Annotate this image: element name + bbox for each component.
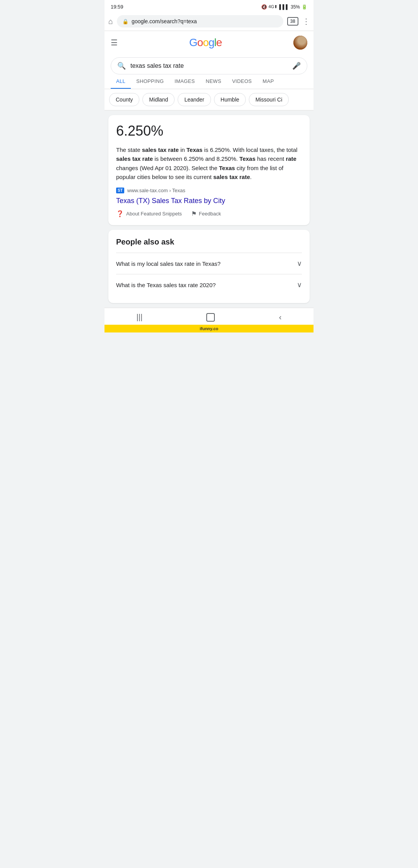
nav-back-icon[interactable]: ‹ <box>279 313 282 322</box>
avatar-image <box>293 36 307 50</box>
battery-percent: 35% <box>291 4 300 10</box>
search-query[interactable]: texas sales tax rate <box>130 62 288 69</box>
battery-icon: 🔋 <box>302 4 307 10</box>
paa-question-text-1: What is my local sales tax rate in Texas… <box>116 260 221 267</box>
search-input-container[interactable]: 🔍 texas sales tax rate 🎤 <box>111 57 307 74</box>
feedback-button[interactable]: ⚑ Feedback <box>191 210 221 217</box>
chip-humble[interactable]: Humble <box>214 93 246 106</box>
tab-count[interactable]: 38 <box>287 17 298 26</box>
signal-icon: ▌▌▌ <box>279 4 289 10</box>
avatar[interactable] <box>293 36 307 50</box>
tab-shopping[interactable]: SHOPPING <box>131 74 169 89</box>
filter-chips: County Midland Leander Humble Missouri C… <box>104 89 314 110</box>
search-icon: 🔍 <box>117 62 126 70</box>
tab-maps[interactable]: MAP <box>257 74 279 89</box>
about-snippets-label: About Featured Snippets <box>126 211 182 217</box>
microphone-icon[interactable]: 🎤 <box>292 62 301 70</box>
chip-midland[interactable]: Midland <box>142 93 175 106</box>
url-text: google.com/search?q=texa <box>132 18 197 24</box>
snippet-actions: ❓ About Featured Snippets ⚑ Feedback <box>116 210 302 217</box>
nav-menu-icon[interactable]: ||| <box>137 313 143 322</box>
source-url: www.sale-tax.com › Texas <box>127 188 185 193</box>
menu-dots-icon[interactable]: ⋮ <box>302 17 310 26</box>
status-icons: 🔇 4G⬆ ▌▌▌ 35% 🔋 <box>261 4 307 10</box>
tab-news[interactable]: NEWS <box>200 74 226 89</box>
status-bar: 19:59 🔇 4G⬆ ▌▌▌ 35% 🔋 <box>104 0 314 12</box>
featured-snippet-card: 6.250% The state sales tax rate in Texas… <box>108 115 310 225</box>
bottom-nav: ||| ‹ <box>104 308 314 325</box>
snippet-text: The state sales tax rate in Texas is 6.2… <box>116 145 302 181</box>
paa-title: People also ask <box>116 238 302 246</box>
lock-icon: 🔒 <box>122 19 128 24</box>
browser-bar: ⌂ 🔒 google.com/search?q=texa 38 ⋮ <box>104 12 314 31</box>
home-icon[interactable]: ⌂ <box>108 17 113 26</box>
network-icon: 4G⬆ <box>269 4 278 9</box>
tab-all[interactable]: ALL <box>111 74 131 89</box>
people-also-ask-card: People also ask What is my local sales t… <box>108 230 310 303</box>
time: 19:59 <box>111 4 123 10</box>
hamburger-icon[interactable]: ☰ <box>111 38 118 47</box>
nav-square-icon[interactable] <box>206 313 215 322</box>
source-badge: ST <box>116 188 124 193</box>
chevron-down-icon-1: ∨ <box>297 259 302 268</box>
search-bar: 🔍 texas sales tax rate 🎤 <box>104 54 314 74</box>
question-icon: ❓ <box>116 210 124 217</box>
result-link[interactable]: Texas (TX) Sales Tax Rates by City <box>116 196 302 205</box>
url-bar[interactable]: 🔒 google.com/search?q=texa <box>117 15 283 28</box>
google-header: ☰ Google <box>104 31 314 54</box>
watermark: ifunny.co <box>104 325 314 332</box>
paa-question-2[interactable]: What is the Texas sales tax rate 2020? ∨ <box>116 274 302 295</box>
chip-county[interactable]: County <box>109 93 139 106</box>
feedback-label: Feedback <box>199 211 221 217</box>
tab-videos[interactable]: VIDEOS <box>227 74 257 89</box>
paa-question-1[interactable]: What is my local sales tax rate in Texas… <box>116 253 302 274</box>
chip-leander[interactable]: Leander <box>178 93 211 106</box>
feedback-icon: ⚑ <box>191 210 197 217</box>
paa-question-text-2: What is the Texas sales tax rate 2020? <box>116 282 216 288</box>
about-featured-snippets[interactable]: ❓ About Featured Snippets <box>116 210 182 217</box>
tax-rate-value: 6.250% <box>116 123 302 139</box>
chip-missouri-city[interactable]: Missouri Ci <box>249 93 289 106</box>
chevron-down-icon-2: ∨ <box>297 281 302 289</box>
source-line: ST www.sale-tax.com › Texas <box>116 188 302 193</box>
search-tabs: ALL SHOPPING IMAGES NEWS VIDEOS MAP <box>104 74 314 89</box>
google-logo: Google <box>189 36 222 49</box>
tab-images[interactable]: IMAGES <box>169 74 200 89</box>
mute-icon: 🔇 <box>261 4 267 10</box>
